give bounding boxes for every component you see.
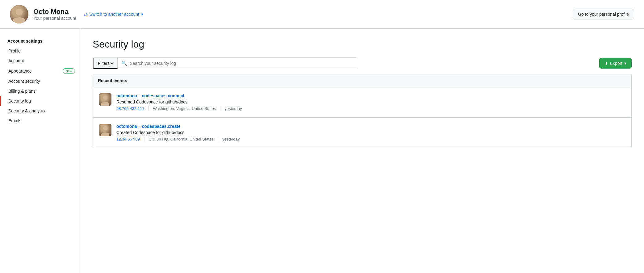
event-time: yesterday	[222, 137, 240, 141]
table-row: octomona – codespaces.create Created Cod…	[93, 118, 631, 148]
search-bar-row: Filters ▾ 🔍 ⬇ Export ▾	[93, 57, 632, 69]
sidebar-item-account[interactable]: Account	[0, 56, 80, 66]
sidebar-item-label: Appearance	[8, 69, 32, 74]
sidebar-item-appearance[interactable]: Appearance New	[0, 66, 80, 76]
meta-separator: |	[217, 136, 219, 142]
main-content: Security log Filters ▾ 🔍 ⬇ Export ▾ R	[80, 29, 644, 273]
export-button[interactable]: ⬇ Export ▾	[599, 58, 632, 69]
user-info: Octo Mona Your personal account	[33, 8, 76, 21]
sidebar-item-account-security[interactable]: Account security	[0, 76, 80, 86]
user-subtitle: Your personal account	[33, 16, 76, 21]
event-meta: 12.34.567.89 | GitHub HQ, California, Un…	[116, 136, 625, 142]
sidebar-heading: Account settings	[0, 36, 80, 46]
event-description: Created Codespace for github/docs	[116, 130, 625, 135]
avatar	[99, 93, 111, 106]
event-user-link[interactable]: octomona	[116, 124, 137, 129]
event-content: octomona – codespaces.connect Resumed Co…	[116, 93, 625, 111]
header: Octo Mona Your personal account ⇄ Switch…	[0, 0, 644, 29]
event-time: yesterday	[224, 106, 242, 111]
event-title: octomona – codespaces.connect	[116, 93, 625, 98]
event-title: octomona – codespaces.create	[116, 124, 625, 129]
switch-account-link[interactable]: ⇄ Switch to another account ▾	[84, 11, 143, 17]
sidebar-item-security-analysis[interactable]: Security & analysis	[0, 106, 80, 116]
sidebar-item-security-log[interactable]: Security log	[0, 96, 80, 106]
page-title: Security log	[93, 39, 632, 50]
sidebar-item-billing[interactable]: Billing & plans	[0, 86, 80, 96]
event-location: Washington, Virginia, United States	[153, 106, 216, 111]
meta-separator: |	[220, 106, 221, 111]
layout: Account settings Profile Account Appeara…	[0, 29, 644, 273]
search-icon: 🔍	[121, 61, 127, 66]
event-title-sep: –	[138, 93, 142, 98]
event-location: GitHub HQ, California, United States	[148, 137, 214, 141]
sidebar-item-profile[interactable]: Profile	[0, 46, 80, 56]
search-bar: Filters ▾ 🔍	[93, 57, 358, 69]
event-content: octomona – codespaces.create Created Cod…	[116, 124, 625, 142]
avatar	[10, 5, 28, 23]
go-to-profile-button[interactable]: Go to your personal profile	[573, 9, 634, 19]
chevron-down-icon: ▾	[141, 12, 143, 17]
avatar	[99, 124, 111, 136]
download-icon: ⬇	[604, 61, 608, 66]
switch-icon: ⇄	[84, 11, 88, 17]
meta-separator: |	[148, 106, 149, 111]
sidebar-item-label: Security & analysis	[8, 108, 45, 113]
filters-button[interactable]: Filters ▾	[93, 58, 118, 69]
events-container: Recent events octomona – codespaces.conn…	[93, 74, 632, 148]
chevron-down-icon: ▾	[624, 61, 626, 66]
event-ip-link[interactable]: 12.34.567.89	[116, 137, 140, 141]
sidebar: Account settings Profile Account Appeara…	[0, 29, 80, 273]
event-user-link[interactable]: octomona	[116, 93, 137, 98]
event-action-link[interactable]: codespaces.connect	[142, 93, 184, 98]
sidebar-item-label: Billing & plans	[8, 89, 36, 94]
table-row: octomona – codespaces.connect Resumed Co…	[93, 87, 631, 118]
search-input[interactable]	[130, 61, 354, 66]
user-name: Octo Mona	[33, 8, 76, 16]
meta-separator: |	[144, 136, 145, 142]
events-header: Recent events	[93, 74, 631, 87]
sidebar-item-label: Security log	[8, 99, 31, 103]
event-action-link[interactable]: codespaces.create	[142, 124, 180, 129]
filters-label: Filters	[98, 61, 110, 66]
sidebar-item-emails[interactable]: Emails	[0, 116, 80, 126]
switch-label: Switch to another account	[90, 12, 139, 17]
event-title-sep: –	[138, 124, 142, 129]
sidebar-item-label: Profile	[8, 48, 21, 53]
new-badge: New	[63, 68, 75, 74]
sidebar-item-label: Account	[8, 58, 24, 63]
sidebar-item-label: Account security	[8, 79, 40, 84]
search-input-wrap: 🔍	[118, 61, 358, 66]
export-label: Export	[610, 61, 622, 66]
chevron-down-icon: ▾	[111, 61, 113, 66]
event-ip-link[interactable]: 98.765.432.111	[116, 106, 144, 111]
header-left: Octo Mona Your personal account ⇄ Switch…	[10, 5, 143, 23]
event-description: Resumed Codespace for github/docs	[116, 99, 625, 104]
event-meta: 98.765.432.111 | Washington, Virginia, U…	[116, 106, 625, 111]
sidebar-item-label: Emails	[8, 118, 21, 123]
